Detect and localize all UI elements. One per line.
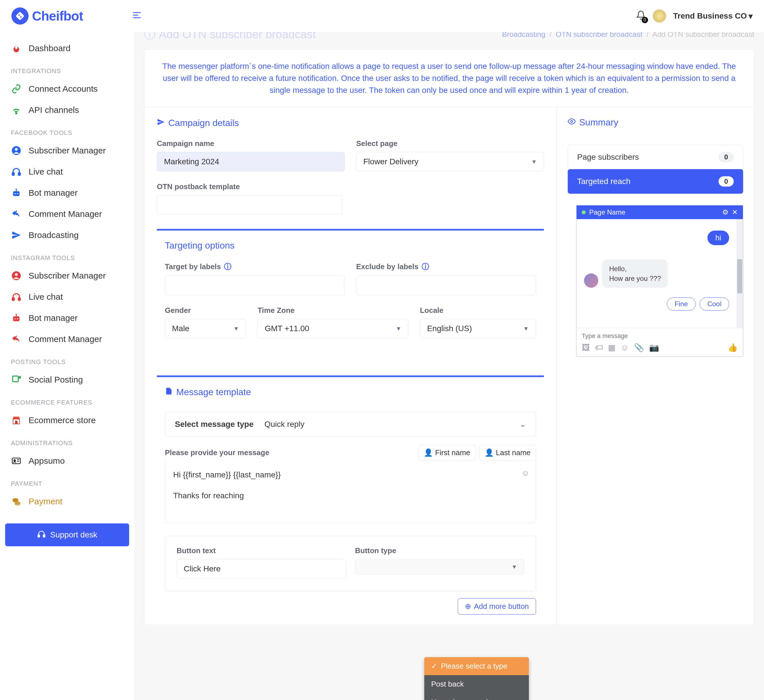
- breadcrumb-link-otn[interactable]: OTN subscriber broadcast: [556, 32, 642, 39]
- like-icon[interactable]: 👍: [728, 343, 738, 352]
- timezone-select[interactable]: GMT +11.00▼: [257, 319, 408, 338]
- sidebar-item-fb-subscriber[interactable]: Subscriber Manager: [5, 140, 129, 161]
- account-avatar[interactable]: [653, 9, 666, 23]
- sidebar-item-fb-livechat[interactable]: Live chat: [5, 161, 129, 182]
- insert-first-name-button[interactable]: 👤First name: [418, 445, 476, 460]
- sidebar-item-ig-comment[interactable]: Comment Manager: [5, 329, 129, 350]
- sidebar-item-social-posting[interactable]: Social Posting: [5, 369, 129, 390]
- breadcrumb-current: Add OTN subscriber broadcast: [652, 32, 754, 39]
- locale-select[interactable]: English (US)▼: [420, 319, 536, 338]
- breadcrumb-link-broadcasting[interactable]: Broadcasting: [502, 32, 545, 39]
- sidebar-item-fb-broadcasting[interactable]: Broadcasting: [5, 225, 129, 246]
- page-title: ⓘ Add OTN subscriber broadcast: [144, 32, 316, 42]
- quick-reply-fine[interactable]: Fine: [667, 298, 696, 310]
- insert-last-name-button[interactable]: 👤Last name: [479, 445, 536, 460]
- button-text-label: Button text: [177, 546, 346, 555]
- timezone-label: Time Zone: [257, 306, 408, 315]
- section-divider: [157, 229, 544, 230]
- dropdown-option-phone[interactable]: User phone number: [424, 693, 529, 700]
- check-icon: ✓: [431, 662, 437, 670]
- section-divider: [157, 376, 544, 377]
- svg-point-12: [14, 193, 16, 194]
- message-textarea[interactable]: ☺ Hi {{first_name}} {{last_name}} Thanks…: [165, 460, 536, 523]
- sidebar-item-connect-accounts[interactable]: Connect Accounts: [5, 78, 129, 99]
- sidebar-heading-admin: ADMINISTRATIONS: [5, 431, 129, 450]
- image-icon[interactable]: 🖼: [582, 343, 590, 352]
- exclude-labels-input[interactable]: [356, 276, 536, 295]
- quick-reply-cool[interactable]: Cool: [700, 298, 729, 310]
- gear-icon[interactable]: ⚙: [722, 208, 729, 216]
- info-icon[interactable]: ⓘ: [422, 262, 429, 271]
- target-labels-input[interactable]: [165, 276, 345, 295]
- sticker-icon[interactable]: 🏷: [595, 343, 603, 352]
- sidebar-item-dashboard[interactable]: Dashboard: [5, 38, 129, 59]
- attachment-icon[interactable]: 📎: [634, 343, 644, 352]
- reply-all-icon: [11, 334, 22, 345]
- gender-label: Gender: [165, 306, 246, 315]
- select-page-dropdown[interactable]: Flower Delivery▼: [356, 152, 544, 171]
- provide-message-label: Please provide your message: [165, 448, 269, 457]
- scrollbar[interactable]: [737, 219, 743, 328]
- support-desk-button[interactable]: Support desk: [5, 523, 129, 546]
- svg-point-2: [20, 16, 22, 18]
- robot-icon: [11, 188, 22, 198]
- gender-select[interactable]: Male▼: [165, 319, 246, 338]
- campaign-name-label: Campaign name: [157, 139, 345, 148]
- account-menu[interactable]: Trend Business CO ▾: [673, 11, 753, 21]
- sidebar-heading-posting: POSTING TOOLS: [5, 350, 129, 369]
- emoji-icon[interactable]: ☺: [521, 465, 529, 481]
- user-circle-icon: [11, 145, 22, 156]
- emoji-icon[interactable]: ☺: [621, 343, 629, 352]
- bot-avatar: [584, 273, 598, 288]
- reach-count: 0: [719, 176, 734, 186]
- outgoing-message: hi: [708, 230, 729, 245]
- exclude-labels-label: Exclude by labels ⓘ: [356, 262, 536, 272]
- notifications-button[interactable]: 0: [636, 10, 646, 22]
- brand-name: Cheifbot: [32, 8, 83, 24]
- button-text-input[interactable]: Click Here: [177, 559, 346, 579]
- brand-logo[interactable]: Cheifbot: [11, 8, 83, 25]
- reply-all-icon: [11, 208, 22, 219]
- sidebar-item-appsumo[interactable]: Appsumo: [5, 450, 129, 471]
- svg-point-1: [18, 14, 20, 16]
- sidebar-item-ig-subscriber[interactable]: Subscriber Manager: [5, 265, 129, 286]
- chevron-down-icon: ⌄: [520, 420, 526, 429]
- otn-template-input[interactable]: [157, 195, 343, 215]
- otn-template-label: OTN postback template: [157, 182, 343, 191]
- camera-icon[interactable]: 📷: [649, 343, 659, 352]
- svg-rect-34: [38, 535, 39, 537]
- chevron-down-icon: ▼: [233, 326, 239, 332]
- headset-icon: [11, 291, 22, 302]
- button-type-select[interactable]: ▼: [355, 559, 524, 575]
- add-more-button[interactable]: ⊕ Add more button: [458, 598, 536, 615]
- sidebar-item-ig-bot[interactable]: Bot manager: [5, 307, 129, 329]
- send-icon: [11, 230, 22, 241]
- message-type-select[interactable]: Select message type Quick reply ⌄: [165, 412, 536, 437]
- close-icon[interactable]: ✕: [732, 208, 738, 216]
- eye-icon: [568, 117, 576, 128]
- online-dot-icon: [582, 210, 586, 214]
- plus-circle-icon: ⊕: [465, 602, 471, 611]
- dropdown-option-placeholder[interactable]: ✓Please select a type: [424, 657, 529, 675]
- campaign-name-input[interactable]: Marketing 2024: [157, 152, 345, 171]
- svg-rect-11: [13, 191, 20, 196]
- chat-input[interactable]: [582, 332, 738, 340]
- send-icon: [157, 118, 165, 128]
- store-icon: [11, 415, 22, 426]
- section-targeting: Targeting options: [165, 240, 544, 251]
- sidebar-toggle-icon[interactable]: [132, 10, 142, 22]
- section-message-template: Message template: [165, 387, 544, 398]
- info-icon[interactable]: ⓘ: [224, 262, 232, 271]
- sidebar-item-ecommerce[interactable]: Ecommerce store: [5, 410, 129, 431]
- sidebar-item-fb-comment[interactable]: Comment Manager: [5, 204, 129, 225]
- sidebar-item-ig-livechat[interactable]: Live chat: [5, 286, 129, 307]
- sidebar-item-fb-bot[interactable]: Bot manager: [5, 182, 129, 204]
- svg-rect-19: [18, 298, 20, 301]
- gif-icon[interactable]: ▦: [608, 343, 615, 352]
- dropdown-option-postback[interactable]: Post back: [424, 675, 529, 693]
- sidebar-item-payment[interactable]: Payment: [5, 491, 129, 512]
- sidebar-item-api-channels[interactable]: API channels: [5, 99, 129, 121]
- svg-point-36: [571, 121, 573, 122]
- user-circle-icon: [11, 270, 22, 281]
- subscribers-count: 0: [719, 152, 734, 162]
